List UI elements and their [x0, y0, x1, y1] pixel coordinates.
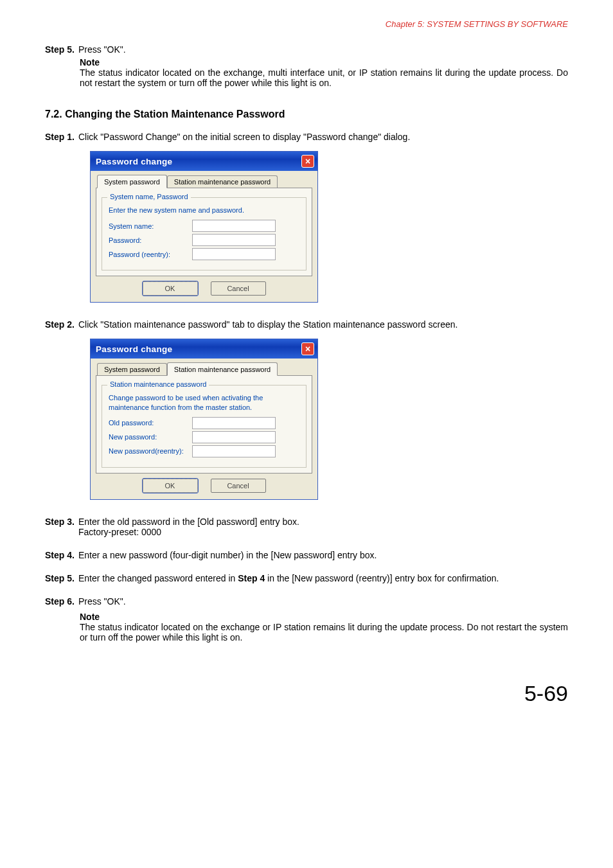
groupbox-desc: Change password to be used when activati… — [109, 393, 299, 412]
tab-system-password[interactable]: System password — [97, 363, 167, 375]
step-row: Step 3. Enter the old password in the [O… — [45, 517, 568, 537]
dialog-body: System password Station maintenance pass… — [91, 359, 317, 499]
tabstrip: System password Station maintenance pass… — [96, 362, 312, 376]
new-password-reentry-input[interactable] — [192, 445, 276, 457]
new-password-input[interactable] — [192, 431, 276, 443]
step-row: Step 1. Click "Password Change" on the i… — [45, 132, 568, 142]
cancel-button[interactable]: Cancel — [211, 479, 266, 493]
groupbox-desc: Enter the new system name and password. — [109, 206, 299, 215]
step-body: Enter a new password (four-digit number)… — [78, 550, 568, 560]
step-label: Step 6. — [45, 596, 75, 607]
step-row: Step 6. Press "OK". — [45, 596, 568, 607]
form-row: Old password: — [109, 417, 299, 429]
tab-panel: Station maintenance password Change pass… — [96, 376, 312, 474]
section-heading: 7.2. Changing the Station Maintenance Pa… — [45, 109, 568, 120]
step-body: Enter the changed password entered in St… — [78, 573, 568, 583]
password-change-dialog: Password change × System password Statio… — [90, 339, 318, 500]
form-row: New password: — [109, 431, 299, 443]
step-body: Enter the old password in the [Old passw… — [78, 517, 568, 537]
dialog-body: System password Station maintenance pass… — [91, 171, 317, 302]
dialog-wrap: Password change × System password Statio… — [90, 339, 568, 500]
close-icon[interactable]: × — [301, 342, 314, 355]
tab-system-password[interactable]: System password — [97, 175, 167, 188]
dialog-wrap: Password change × System password Statio… — [90, 151, 568, 303]
note-title: Note — [80, 612, 568, 622]
label-old-password: Old password: — [109, 419, 192, 427]
form-row: New password(reentry): — [109, 445, 299, 457]
label-system-name: System name: — [109, 222, 192, 230]
step-body: Press "OK". — [78, 596, 568, 607]
step-label: Step 2. — [45, 319, 75, 330]
system-name-input[interactable] — [192, 220, 276, 232]
groupbox-station-maintenance-password: Station maintenance password Change pass… — [102, 385, 306, 468]
dialog-title: Password change — [96, 157, 172, 166]
step-label: Step 3. — [45, 517, 75, 537]
note-block: Note The status indicator located on the… — [80, 57, 568, 88]
groupbox-title: System name, Password — [107, 193, 191, 200]
tabstrip: System password Station maintenance pass… — [96, 175, 312, 188]
step-body: Click "Station maintenance password" tab… — [78, 319, 568, 330]
step5-prefix: Enter the changed password entered in — [78, 573, 238, 583]
step5-suffix: in the [New password (reentry)] entry bo… — [265, 573, 499, 583]
tab-station-maintenance-password[interactable]: Station maintenance password — [167, 362, 278, 376]
step-label: Step 5. — [45, 44, 75, 55]
password-input[interactable] — [192, 234, 276, 246]
step-row: Step 4. Enter a new password (four-digit… — [45, 550, 568, 560]
tab-panel: System name, Password Enter the new syst… — [96, 188, 312, 276]
dialog-buttons: OK Cancel — [96, 474, 312, 494]
dialog-titlebar: Password change × — [91, 152, 317, 171]
step5-bold: Step 4 — [238, 573, 265, 583]
step-body: Click "Password Change" on the initial s… — [78, 132, 568, 142]
password-reentry-input[interactable] — [192, 248, 276, 260]
label-password-reentry: Password (reentry): — [109, 251, 192, 258]
step-body: Press "OK". — [78, 44, 568, 55]
note-text: The status indicator located on the exch… — [80, 622, 568, 642]
ok-button[interactable]: OK — [143, 281, 198, 296]
step3-line2: Factory-preset: 0000 — [78, 527, 161, 537]
step-label: Step 1. — [45, 132, 75, 142]
step-row: Step 5. Press "OK". — [45, 44, 568, 55]
password-change-dialog: Password change × System password Statio… — [90, 151, 318, 303]
label-new-password: New password: — [109, 433, 192, 441]
groupbox-title: Station maintenance password — [107, 380, 209, 388]
ok-button[interactable]: OK — [143, 479, 198, 493]
tab-station-maintenance-password[interactable]: Station maintenance password — [167, 175, 278, 188]
step-row: Step 5. Enter the changed password enter… — [45, 573, 568, 583]
step3-line1: Enter the old password in the [Old passw… — [78, 517, 299, 527]
cancel-button[interactable]: Cancel — [211, 281, 266, 296]
chapter-header: Chapter 5: SYSTEM SETTINGS BY SOFTWARE — [45, 19, 568, 29]
dialog-title: Password change — [96, 344, 172, 354]
dialog-buttons: OK Cancel — [96, 276, 312, 297]
label-password: Password: — [109, 236, 192, 244]
groupbox-system-name-password: System name, Password Enter the new syst… — [102, 197, 306, 270]
page-number: 5-69 — [45, 681, 568, 706]
label-new-password-reentry: New password(reentry): — [109, 447, 192, 455]
note-block: Note The status indicator located on the… — [80, 612, 568, 642]
note-title: Note — [80, 57, 568, 67]
step-label: Step 5. — [45, 573, 75, 583]
close-icon[interactable]: × — [301, 155, 314, 168]
form-row: Password: — [109, 234, 299, 246]
step-row: Step 2. Click "Station maintenance passw… — [45, 319, 568, 330]
dialog-titlebar: Password change × — [91, 339, 317, 359]
old-password-input[interactable] — [192, 417, 276, 429]
step-label: Step 4. — [45, 550, 75, 560]
note-text: The status indicator located on the exch… — [80, 67, 568, 88]
form-row: Password (reentry): — [109, 248, 299, 260]
form-row: System name: — [109, 220, 299, 232]
